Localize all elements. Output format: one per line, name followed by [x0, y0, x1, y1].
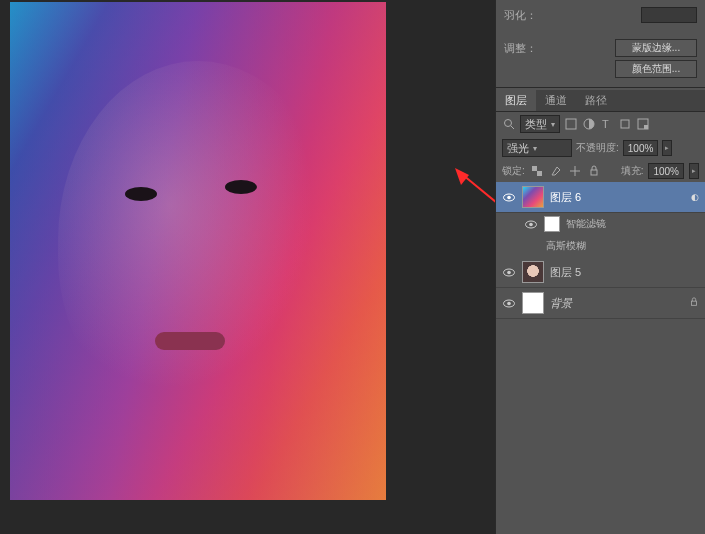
svg-rect-6 [621, 120, 629, 128]
lock-label: 锁定: [502, 164, 525, 178]
refine-edge-button[interactable]: 蒙版边缘... [615, 39, 697, 57]
tab-channels[interactable]: 通道 [536, 90, 576, 111]
svg-rect-3 [566, 119, 576, 129]
smart-object-icon: ◐ [691, 192, 699, 202]
layer-name: 图层 5 [550, 265, 699, 280]
smart-filter-item[interactable]: 高斯模糊 [496, 235, 705, 257]
lock-pixels-icon[interactable] [549, 164, 563, 178]
svg-point-13 [507, 195, 511, 199]
chevron-down-icon: ▾ [551, 120, 555, 129]
svg-point-19 [507, 301, 511, 305]
layer-thumbnail[interactable] [522, 292, 544, 314]
svg-point-15 [529, 222, 533, 226]
layer-item-5[interactable]: 图层 5 [496, 257, 705, 288]
filter-shape-icon[interactable] [618, 117, 632, 131]
svg-line-2 [511, 126, 514, 129]
right-panel: 羽化： 调整： 蒙版边缘... 颜色范围... 图层 通道 路径 类型 ▾ T [495, 0, 705, 534]
image-lips [155, 332, 225, 350]
feather-label: 羽化： [504, 8, 537, 23]
image-face [10, 2, 386, 500]
divider [496, 87, 705, 88]
color-range-button[interactable]: 颜色范围... [615, 60, 697, 78]
layer-item-6[interactable]: 图层 6 ◐ [496, 182, 705, 213]
opacity-flyout[interactable]: ▸ [662, 140, 672, 156]
image-eye [225, 180, 257, 194]
filter-mask-thumbnail[interactable] [544, 216, 560, 232]
mask-section: 羽化： 调整： 蒙版边缘... 颜色范围... [496, 0, 705, 85]
svg-rect-20 [692, 301, 697, 305]
filter-adjust-icon[interactable] [582, 117, 596, 131]
canvas-area [0, 0, 495, 534]
svg-text:T: T [602, 118, 609, 130]
visibility-toggle[interactable] [502, 268, 516, 277]
panel-tabs: 图层 通道 路径 [496, 90, 705, 112]
svg-point-17 [507, 270, 511, 274]
svg-rect-10 [537, 171, 542, 176]
lock-row: 锁定: 填充: 100% ▸ [496, 160, 705, 182]
fill-flyout[interactable]: ▸ [689, 163, 699, 179]
kind-label: 类型 [525, 117, 547, 132]
layer-filter-row: 类型 ▾ T [496, 112, 705, 136]
canvas-image[interactable] [10, 2, 386, 500]
visibility-toggle[interactable] [502, 299, 516, 308]
layer-name: 图层 6 [550, 190, 685, 205]
kind-select[interactable]: 类型 ▾ [520, 115, 560, 133]
chevron-down-icon: ▾ [533, 144, 537, 153]
blend-row: 强光 ▾ 不透明度: 100% ▸ [496, 136, 705, 160]
blend-mode-select[interactable]: 强光 ▾ [502, 139, 572, 157]
tab-layers[interactable]: 图层 [496, 90, 536, 111]
svg-rect-11 [591, 170, 597, 175]
adjust-label: 调整： [504, 41, 537, 56]
svg-rect-9 [532, 166, 537, 171]
filter-pixel-icon[interactable] [564, 117, 578, 131]
visibility-toggle[interactable] [524, 220, 538, 229]
lock-all-icon[interactable] [587, 164, 601, 178]
lock-transparency-icon[interactable] [530, 164, 544, 178]
image-eye [125, 187, 157, 201]
filter-smart-icon[interactable] [636, 117, 650, 131]
blend-mode-value: 强光 [507, 141, 529, 156]
smart-filters-label: 智能滤镜 [566, 217, 606, 231]
layer-thumbnail[interactable] [522, 186, 544, 208]
layer-thumbnail[interactable] [522, 261, 544, 283]
feather-input[interactable] [641, 7, 697, 23]
layer-name: 背景 [550, 296, 683, 311]
filter-type-icon[interactable]: T [600, 117, 614, 131]
search-icon[interactable] [502, 117, 516, 131]
opacity-label: 不透明度: [576, 141, 619, 155]
fill-label: 填充: [621, 164, 644, 178]
visibility-toggle[interactable] [502, 193, 516, 202]
layer-item-background[interactable]: 背景 [496, 288, 705, 319]
svg-rect-8 [644, 125, 648, 129]
opacity-value[interactable]: 100% [623, 140, 659, 156]
lock-icon [689, 297, 699, 309]
lock-position-icon[interactable] [568, 164, 582, 178]
svg-point-1 [505, 120, 512, 127]
filter-name: 高斯模糊 [546, 239, 586, 253]
fill-value[interactable]: 100% [648, 163, 684, 179]
layers-list: 图层 6 ◐ 智能滤镜 高斯模糊 图层 5 背景 [496, 182, 705, 319]
smart-filters-header[interactable]: 智能滤镜 [496, 213, 705, 235]
tab-paths[interactable]: 路径 [576, 90, 616, 111]
